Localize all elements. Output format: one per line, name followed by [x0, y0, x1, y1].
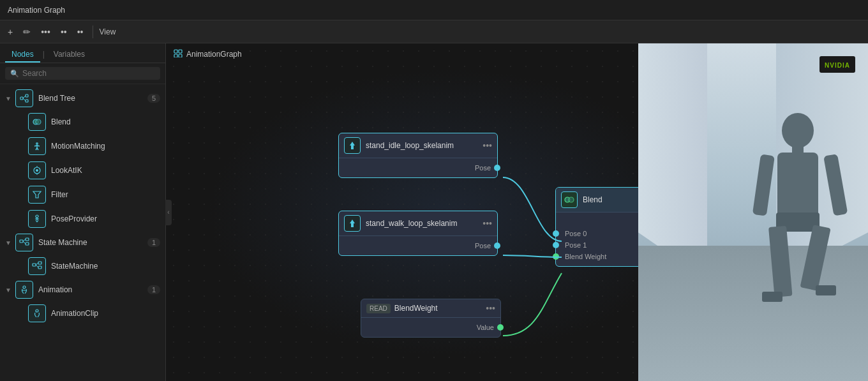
node-list: ▼ Blend Tree 5: [0, 84, 165, 381]
node-stand-walk[interactable]: stand_walk_loop_skelanim ••• Pose: [338, 211, 498, 256]
svg-rect-23: [20, 240, 23, 243]
motion-matching-icon: [28, 137, 46, 155]
svg-point-33: [23, 286, 26, 288]
port-dot-pose-out[interactable]: [494, 165, 500, 171]
node-stand-walk-icon: [344, 215, 361, 232]
svg-rect-39: [179, 54, 182, 57]
svg-rect-28: [33, 264, 36, 266]
filter-label: Filter: [51, 190, 68, 199]
svg-rect-24: [26, 238, 29, 241]
animation-count: 1: [147, 285, 160, 294]
animation-clip-label: AnimationClip: [51, 309, 98, 318]
state-machine-item-label: StateMachine: [51, 262, 98, 271]
svg-line-27: [23, 241, 26, 244]
add-button[interactable]: +: [5, 26, 15, 38]
svg-rect-30: [38, 266, 41, 269]
pose-provider-icon: [28, 210, 46, 228]
look-at-ik-label: LookAtIK: [51, 166, 82, 175]
svg-rect-25: [26, 243, 29, 245]
pen-button[interactable]: ✏: [20, 26, 33, 38]
node-blend-weight-body: Value: [361, 318, 500, 337]
figure-foot-left: [762, 292, 782, 302]
animation-arrow: ▼: [5, 287, 11, 294]
blend-tree-icon: [15, 89, 33, 107]
node-item-look-at-ik[interactable]: LookAtIK: [0, 158, 165, 183]
nvidia-logo: NVIDIA: [819, 56, 855, 73]
node-blend-weight[interactable]: READ BlendWeight ••• Value: [361, 299, 501, 338]
animation-icon: [15, 281, 33, 299]
svg-marker-17: [33, 191, 41, 198]
search-bar: 🔍: [0, 63, 165, 84]
svg-line-22: [37, 220, 38, 222]
main-area: Nodes | Variables 🔍 ▼: [0, 43, 868, 381]
port-dot-walk-pose-out[interactable]: [494, 243, 500, 249]
svg-rect-1: [26, 94, 28, 97]
node-item-pose-provider[interactable]: PoseProvider: [0, 207, 165, 231]
figure-arm-left: [752, 154, 775, 216]
panel-tabs: Nodes | Variables: [0, 43, 165, 63]
state-machine-label: State Machine: [38, 238, 147, 247]
title-bar: Animation Graph: [0, 0, 868, 20]
breadcrumb-text: AnimationGraph: [186, 50, 242, 59]
toolbar-divider: [93, 26, 93, 38]
figure-leg-right: [800, 225, 831, 291]
search-input-wrap: 🔍: [5, 67, 160, 80]
search-input[interactable]: [22, 69, 155, 78]
node-stand-idle[interactable]: stand_idle_loop_skelanim ••• Pose: [338, 133, 498, 178]
view-button[interactable]: View: [100, 27, 116, 36]
panel-collapse-handle[interactable]: ‹: [165, 200, 172, 225]
read-badge: READ: [366, 304, 391, 313]
search-icon: 🔍: [10, 70, 19, 78]
more2-button[interactable]: ••: [58, 26, 70, 38]
node-item-motion-matching[interactable]: MotionMatching: [0, 134, 165, 158]
node-item-filter[interactable]: Filter: [0, 183, 165, 207]
port-dot-blend-weight-in[interactable]: [553, 253, 559, 260]
more3-button[interactable]: ••: [75, 26, 86, 38]
svg-point-35: [36, 310, 38, 312]
state-machine-count: 1: [147, 238, 160, 247]
figure-torso: [777, 153, 818, 216]
node-blend-icon: [561, 191, 578, 208]
node-stand-walk-menu[interactable]: •••: [483, 218, 492, 228]
blend-tree-label: Blend Tree: [38, 94, 147, 103]
tab-nodes[interactable]: Nodes: [5, 47, 40, 63]
node-item-blend[interactable]: Blend: [0, 110, 165, 134]
node-stand-idle-header: stand_idle_loop_skelanim •••: [339, 133, 497, 158]
node-blend-title: Blend: [583, 195, 638, 204]
svg-rect-36: [174, 50, 177, 53]
left-panel: Nodes | Variables 🔍 ▼: [0, 43, 166, 381]
svg-point-14: [36, 169, 38, 172]
state-machine-arrow: ▼: [5, 239, 11, 246]
section-blend-tree[interactable]: ▼ Blend Tree 5: [0, 87, 165, 110]
node-blend-weight-menu[interactable]: •••: [486, 303, 495, 313]
svg-rect-38: [174, 54, 177, 57]
nvidia-text: NVIDIA: [825, 62, 850, 69]
figure-leg-left: [768, 226, 792, 297]
node-blend-body: Pose Pose 0 Pose 1 Blend Weight: [556, 213, 638, 266]
port-dot-pose1-in[interactable]: [553, 242, 559, 248]
figure-head: [782, 113, 814, 148]
svg-line-10: [37, 146, 40, 146]
port-dot-pose0-in[interactable]: [553, 230, 559, 237]
section-state-machine[interactable]: ▼ State Machine 1: [0, 231, 165, 254]
node-item-animation-clip[interactable]: AnimationClip: [0, 301, 165, 325]
more1-button[interactable]: •••: [38, 26, 53, 38]
node-stand-idle-icon: [344, 137, 361, 154]
node-item-state-machine[interactable]: StateMachine: [0, 254, 165, 278]
tab-sep: |: [43, 50, 45, 63]
tab-variables[interactable]: Variables: [47, 47, 91, 63]
node-stand-walk-title: stand_walk_loop_skelanim: [366, 219, 483, 228]
preview-panel: NVIDIA: [638, 43, 868, 381]
port-dot-value-out[interactable]: [497, 324, 504, 331]
node-stand-idle-menu[interactable]: •••: [483, 140, 492, 151]
graph-area[interactable]: AnimationGraph stand_idle_loop_skelanim: [166, 43, 638, 381]
node-stand-walk-body: Pose: [339, 236, 497, 255]
node-blend[interactable]: Blend ••• Pose Pose 0 Pose 1: [555, 187, 638, 267]
blend-icon: [28, 113, 46, 131]
svg-point-7: [36, 142, 38, 145]
toolbar: + ✏ ••• •• •• View: [0, 20, 868, 43]
port-value-out: Value: [361, 322, 500, 333]
blend-label: Blend: [51, 117, 71, 126]
section-animation[interactable]: ▼ Animation 1: [0, 278, 165, 301]
svg-line-31: [36, 263, 38, 265]
